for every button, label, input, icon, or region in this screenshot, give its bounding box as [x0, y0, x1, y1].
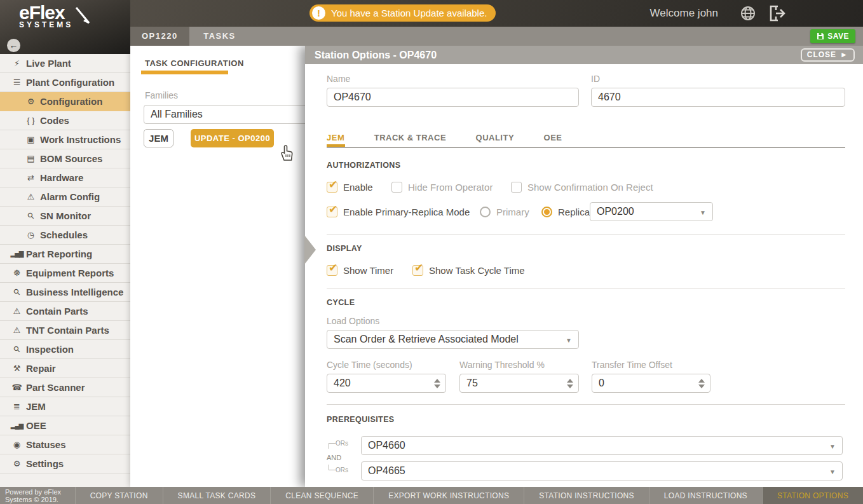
show-confirmation-checkbox[interactable]: Show Confirmation On Reject [511, 182, 653, 193]
primary-radio[interactable]: Primary [480, 207, 529, 217]
tab-quality[interactable]: QUALITY [476, 133, 515, 142]
wrench-icon: ⚒ [10, 364, 24, 373]
sidebar-item-inspection[interactable]: ⚲Inspection [0, 340, 130, 359]
tab-tasks[interactable]: TASKS [192, 27, 247, 46]
name-label: Name [327, 74, 350, 84]
jem-task-button[interactable]: JEM [144, 129, 173, 147]
sidebar-item-plant-configuration[interactable]: ☰Plant Configuration [0, 73, 130, 92]
tab-oee[interactable]: OEE [544, 133, 562, 142]
sidebar-item-part-scanner[interactable]: ☎Part Scanner [0, 378, 130, 397]
cycle-time-stepper[interactable]: 420 [327, 374, 446, 393]
export-work-instructions-button[interactable]: EXPORT WORK INSTRUCTIONS [373, 487, 524, 504]
tab-op1220[interactable]: OP1220 [130, 27, 189, 46]
sidebar-item-label: Work Instructions [40, 134, 121, 145]
transfer-time-stepper[interactable]: 0 [592, 374, 710, 393]
sidebar-item-statuses[interactable]: ◉Statuses [0, 435, 130, 454]
show-timer-checkbox[interactable]: Show Timer [327, 265, 393, 276]
copy-station-button[interactable]: COPY STATION [75, 487, 163, 504]
station-options-button[interactable]: STATION OPTIONS [762, 487, 863, 504]
stepper-arrows-icon[interactable] [434, 379, 440, 388]
close-button[interactable]: CLOSE ► [801, 48, 855, 62]
ors-label-top: ORs [329, 438, 348, 449]
alert-icon: ! [312, 6, 325, 20]
tab-track-and-trace[interactable]: TRACK & TRACE [374, 133, 446, 142]
warning-icon: ⚠ [10, 306, 24, 316]
station-instructions-button[interactable]: STATION INSTRUCTIONS [524, 487, 649, 504]
show-task-cycle-time-checkbox[interactable]: Show Task Cycle Time [412, 265, 525, 276]
logo-text-top: eFlex [19, 4, 73, 22]
sidebar-item-jem[interactable]: ≣JEM [0, 397, 130, 416]
panel-drag-handle[interactable] [292, 234, 318, 268]
show-timer-label: Show Timer [343, 265, 393, 276]
sidebar-item-work-instructions[interactable]: ▣Work Instructions [0, 130, 130, 149]
list-icon: ≣ [10, 402, 24, 411]
sidebar-item-tnt-contain-parts[interactable]: ⚠TNT Contain Parts [0, 321, 130, 340]
replica-station-select[interactable]: OP0200 [590, 202, 713, 221]
families-select-value: All Families [151, 109, 203, 120]
sidebar-item-schedules[interactable]: ◷Schedules [0, 226, 130, 245]
bracket-corner [329, 443, 336, 449]
hide-from-operator-label: Hide From Operator [408, 182, 493, 193]
sidebar-item-part-reporting[interactable]: ▂▅▇Part Reporting [0, 245, 130, 264]
radio-selected-icon [541, 207, 552, 217]
lines-icon: ☰ [10, 78, 24, 87]
logout-icon[interactable] [769, 5, 787, 24]
prerequisite-select-2[interactable]: OP4665 [361, 461, 843, 480]
clock-icon: ◷ [24, 230, 38, 240]
sidebar-item-live-plant[interactable]: ⚡Live Plant [0, 54, 130, 73]
station-update-banner[interactable]: ! You have a Station Update available. [309, 4, 496, 22]
name-value: OP4670 [334, 92, 371, 103]
sidebar-item-codes[interactable]: { }Codes [0, 111, 130, 130]
sidebar-item-label: Part Reporting [26, 249, 92, 259]
sidebar-item-bom-sources[interactable]: ▤BOM Sources [0, 149, 130, 168]
sidebar-item-alarm-config[interactable]: ⚠Alarm Config [0, 187, 130, 207]
radio-unselected-icon [480, 207, 491, 217]
load-options-select[interactable]: Scan Order & Retrieve Associated Model [327, 330, 579, 349]
sidebar-item-equipment-reports[interactable]: ☸Equipment Reports [0, 264, 130, 283]
sidebar-item-oee[interactable]: ▂▄▆OEE [0, 416, 130, 435]
show-task-cycle-time-label: Show Task Cycle Time [429, 265, 525, 276]
families-select[interactable]: All Families [144, 105, 305, 124]
sidebar-item-configuration[interactable]: ⚙Configuration [0, 92, 130, 111]
sidebar-item-repair[interactable]: ⚒Repair [0, 359, 130, 378]
replica-radio-label: Replica [558, 207, 590, 217]
sidebar-item-sn-monitor[interactable]: ⚲SN Monitor [0, 207, 130, 226]
stepper-arrows-icon[interactable] [698, 379, 705, 388]
stepper-arrows-icon[interactable] [567, 379, 573, 388]
replica-station-value: OP0200 [597, 206, 634, 217]
back-button[interactable]: ← [7, 39, 20, 52]
sidebar-item-business-intelligence[interactable]: ⚲Business Intelligence [0, 283, 130, 302]
checkbox-checked-icon [327, 182, 337, 193]
sidebar-item-label: Inspection [26, 344, 74, 355]
primary-replica-checkbox[interactable]: Enable Primary-Replica Mode [327, 207, 470, 217]
clean-sequence-button[interactable]: CLEAN SEQUENCE [270, 487, 373, 504]
warning-threshold-stepper[interactable]: 75 [459, 374, 579, 393]
save-button[interactable]: SAVE [810, 29, 855, 43]
load-options-value: Scan Order & Retrieve Associated Model [334, 334, 519, 345]
name-field[interactable]: OP4670 [327, 88, 579, 107]
tab-strip: OP1220 TASKS SAVE [130, 27, 863, 46]
sidebar-item-hardware[interactable]: ⇄Hardware [0, 168, 130, 187]
warning-threshold-label: Warning Threshold % [459, 360, 545, 370]
prerequisite-select-1[interactable]: OP4660 [361, 436, 843, 455]
id-field[interactable]: 4670 [591, 88, 845, 107]
sidebar-item-label: Part Scanner [26, 382, 85, 393]
prerequisite-2-value: OP4665 [368, 465, 405, 477]
load-instructions-button[interactable]: LOAD INSTRUCTIONS [649, 487, 762, 504]
logo-block: eFlex SYSTEMS ← [0, 0, 130, 54]
small-task-cards-button[interactable]: SMALL TASK CARDS [163, 487, 271, 504]
update-op0200-button[interactable]: UPDATE - OP0200 [191, 129, 274, 147]
families-label: Families [145, 90, 178, 100]
section-divider [327, 235, 845, 235]
sidebar-item-label: Statuses [26, 439, 66, 450]
hide-from-operator-checkbox[interactable]: Hide From Operator [391, 182, 493, 193]
bracket-corner [329, 465, 336, 470]
enable-checkbox[interactable]: Enable [327, 182, 373, 193]
replica-radio[interactable]: Replica [541, 207, 590, 217]
sidebar-item-contain-parts[interactable]: ⚠Contain Parts [0, 302, 130, 321]
tab-jem[interactable]: JEM [327, 133, 344, 142]
transfer-time-label: Transfer Time Offset [592, 360, 672, 370]
sidebar-item-label: Contain Parts [26, 306, 88, 317]
sidebar-item-settings[interactable]: ⚙Settings [0, 454, 130, 473]
globe-icon[interactable] [740, 5, 756, 24]
